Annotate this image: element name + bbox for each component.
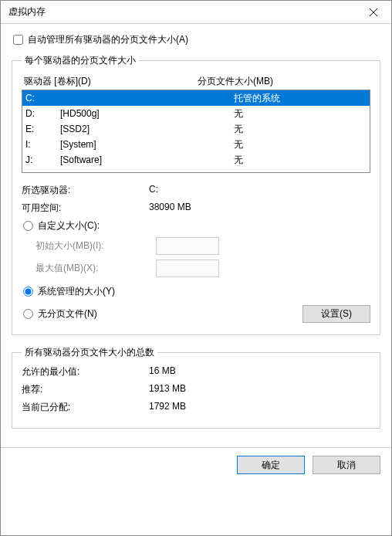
max-size-row: 最大值(MB)(X): <box>35 260 370 277</box>
drive-size: 托管的系统 <box>234 90 367 106</box>
per-drive-fieldset: 每个驱动器的分页文件大小 驱动器 [卷标](D) 分页文件大小(MB) C:托管… <box>12 54 380 335</box>
drive-row[interactable]: E:[SSD2]无 <box>22 121 370 137</box>
drive-list-headers: 驱动器 [卷标](D) 分页文件大小(MB) <box>22 73 370 90</box>
drive-size: 无 <box>234 137 367 152</box>
initial-size-row: 初始大小(MB)(I): <box>35 237 370 255</box>
auto-manage-checkbox-row[interactable]: 自动管理所有驱动器的分页文件大小(A) <box>12 33 380 46</box>
drive-row[interactable]: J:[Software]无 <box>22 152 370 168</box>
system-managed-radio-row[interactable]: 系统管理的大小(Y) <box>22 285 370 298</box>
drive-size: 无 <box>234 106 367 121</box>
per-drive-legend: 每个驱动器的分页文件大小 <box>22 54 139 67</box>
titlebar: 虚拟内存 <box>1 1 391 24</box>
drive-letter: C: <box>25 90 60 106</box>
col-drive-header: 驱动器 [卷标](D) <box>24 75 198 88</box>
recommended-label: 推荐: <box>22 383 149 396</box>
initial-size-input[interactable] <box>156 237 219 255</box>
available-space-value: 38090 MB <box>149 202 191 215</box>
drive-letter: J: <box>25 152 60 168</box>
totals-fieldset: 所有驱动器分页文件大小的总数 允许的最小值: 16 MB 推荐: 1913 MB… <box>12 346 380 429</box>
cancel-button[interactable]: 取消 <box>313 456 380 474</box>
ok-button[interactable]: 确定 <box>237 456 305 474</box>
col-size-header: 分页文件大小(MB) <box>198 75 368 88</box>
current-alloc-label: 当前已分配: <box>22 401 149 414</box>
drive-label: [SSD2] <box>60 121 234 137</box>
selected-drive-label: 所选驱动器: <box>22 184 149 197</box>
drive-list[interactable]: C:托管的系统D:[HD500g]无E:[SSD2]无I:[System]无J:… <box>22 90 370 173</box>
dialog-content: 自动管理所有驱动器的分页文件大小(A) 每个驱动器的分页文件大小 驱动器 [卷标… <box>1 24 391 447</box>
system-managed-radio[interactable] <box>23 287 33 297</box>
totals-legend: 所有驱动器分页文件大小的总数 <box>22 346 157 359</box>
close-icon <box>370 8 377 16</box>
dialog-footer: 确定 取消 <box>1 447 391 483</box>
no-paging-radio[interactable] <box>23 309 33 319</box>
max-size-label: 最大值(MB)(X): <box>35 262 156 275</box>
max-size-input[interactable] <box>156 260 219 277</box>
window-title: 虚拟内存 <box>8 5 356 19</box>
drive-size: 无 <box>234 121 367 137</box>
close-button[interactable] <box>356 1 391 24</box>
system-managed-label: 系统管理的大小(Y) <box>38 285 115 298</box>
drive-letter: D: <box>25 106 60 121</box>
no-paging-label: 无分页文件(N) <box>38 307 97 321</box>
current-alloc-value: 1792 MB <box>149 401 186 414</box>
available-space-label: 可用空间: <box>22 202 149 215</box>
drive-row[interactable]: C:托管的系统 <box>22 90 370 106</box>
drive-letter: E: <box>25 121 60 137</box>
selected-drive-value: C: <box>149 184 158 197</box>
set-button[interactable]: 设置(S) <box>302 305 370 323</box>
drive-size: 无 <box>234 152 367 168</box>
auto-manage-checkbox[interactable] <box>13 35 23 45</box>
min-allowed-label: 允许的最小值: <box>22 365 149 378</box>
drive-letter: I: <box>25 137 60 152</box>
custom-size-radio-row[interactable]: 自定义大小(C): <box>22 219 370 232</box>
drive-label <box>60 90 234 106</box>
drive-label: [HD500g] <box>60 106 234 121</box>
initial-size-label: 初始大小(MB)(I): <box>35 239 156 253</box>
drive-row[interactable]: D:[HD500g]无 <box>22 106 370 121</box>
custom-size-label: 自定义大小(C): <box>38 219 100 232</box>
recommended-value: 1913 MB <box>149 383 186 396</box>
auto-manage-label: 自动管理所有驱动器的分页文件大小(A) <box>28 33 188 46</box>
drive-row[interactable]: I:[System]无 <box>22 137 370 152</box>
selected-drive-info: 所选驱动器: C: 可用空间: 38090 MB <box>22 184 370 215</box>
drive-label: [Software] <box>60 152 234 168</box>
custom-size-radio[interactable] <box>23 221 33 231</box>
no-paging-radio-row[interactable]: 无分页文件(N) <box>22 307 97 321</box>
min-allowed-value: 16 MB <box>149 365 176 378</box>
drive-label: [System] <box>60 137 234 152</box>
